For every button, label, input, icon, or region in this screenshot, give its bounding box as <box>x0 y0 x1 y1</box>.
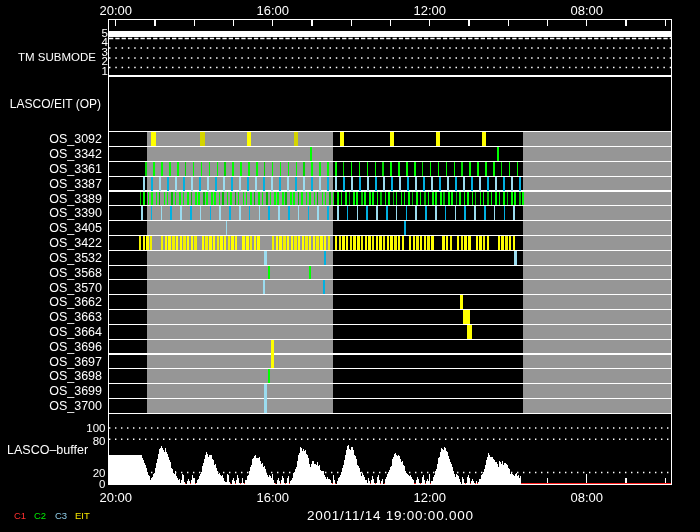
svg-text:12:00: 12:00 <box>413 490 446 505</box>
svg-text:OS_3696: OS_3696 <box>49 340 102 354</box>
svg-text:OS_3387: OS_3387 <box>49 177 102 191</box>
svg-text:TM SUBMODE: TM SUBMODE <box>18 51 96 63</box>
svg-text:20:00: 20:00 <box>99 490 132 505</box>
svg-text:EIT: EIT <box>75 510 90 521</box>
svg-text:20:00: 20:00 <box>99 3 132 18</box>
svg-text:08:00: 08:00 <box>570 490 603 505</box>
svg-text:C2: C2 <box>34 510 46 521</box>
svg-text:08:00: 08:00 <box>570 3 603 18</box>
svg-text:0: 0 <box>99 478 105 490</box>
svg-text:OS_3698: OS_3698 <box>49 369 102 383</box>
svg-text:C1: C1 <box>14 510 26 521</box>
svg-text:1: 1 <box>102 65 108 77</box>
svg-text:OS_3422: OS_3422 <box>49 236 102 250</box>
svg-text:OS_3568: OS_3568 <box>49 266 102 280</box>
svg-text:OS_3700: OS_3700 <box>49 399 102 413</box>
svg-text:OS_3342: OS_3342 <box>49 147 102 161</box>
svg-text:OS_3570: OS_3570 <box>49 281 102 295</box>
svg-text:OS_3092: OS_3092 <box>49 132 102 146</box>
svg-text:C3: C3 <box>55 510 67 521</box>
svg-text:OS_3662: OS_3662 <box>49 295 102 309</box>
svg-text:OS_3405: OS_3405 <box>49 221 102 235</box>
svg-text:LASCO–buffer: LASCO–buffer <box>7 443 88 457</box>
svg-text:12:00: 12:00 <box>413 3 446 18</box>
svg-text:2001/11/14 19:00:00.000: 2001/11/14 19:00:00.000 <box>307 508 473 523</box>
svg-text:OS_3532: OS_3532 <box>49 251 102 265</box>
svg-text:100: 100 <box>86 422 105 434</box>
svg-text:80: 80 <box>93 435 106 447</box>
svg-text:OS_3664: OS_3664 <box>49 325 102 339</box>
svg-text:20: 20 <box>93 467 106 479</box>
svg-text:OS_3361: OS_3361 <box>49 162 102 176</box>
svg-text:OS_3663: OS_3663 <box>49 310 102 324</box>
svg-text:OS_3699: OS_3699 <box>49 384 102 398</box>
svg-text:16:00: 16:00 <box>256 3 289 18</box>
svg-text:OS_3390: OS_3390 <box>49 206 102 220</box>
svg-text:16:00: 16:00 <box>256 490 289 505</box>
svg-text:OS_3697: OS_3697 <box>49 355 102 369</box>
svg-text:LASCO/EIT (OP): LASCO/EIT (OP) <box>10 97 101 111</box>
svg-text:OS_3389: OS_3389 <box>49 192 102 206</box>
